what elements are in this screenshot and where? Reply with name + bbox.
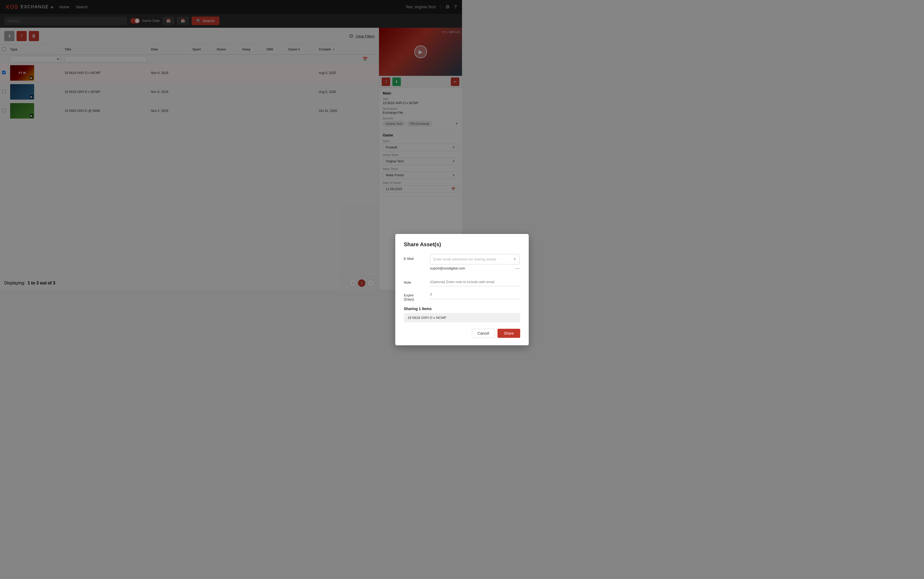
email-input-row[interactable]: Enter email addresses for sharing assets… — [430, 254, 462, 264]
email-tag-row: suport@xosdigital.com — — [430, 264, 462, 272]
email-label: E-Mail — [404, 254, 428, 261]
email-input-wrap: Enter email addresses for sharing assets… — [430, 254, 462, 272]
email-placeholder: Enter email addresses for sharing assets — [433, 257, 462, 261]
modal-title: Share Asset(s) — [404, 241, 462, 248]
share-modal: Share Asset(s) E-Mail Enter email addres… — [395, 234, 462, 290]
note-field-group: Note — [404, 278, 462, 286]
existing-email: suport@xosdigital.com — [430, 266, 462, 270]
note-input[interactable] — [430, 278, 462, 286]
note-label: Note — [404, 278, 428, 285]
email-field-group: E-Mail Enter email addresses for sharing… — [404, 254, 462, 272]
modal-overlay: Share Asset(s) E-Mail Enter email addres… — [0, 0, 462, 290]
note-input-wrap — [430, 278, 462, 286]
